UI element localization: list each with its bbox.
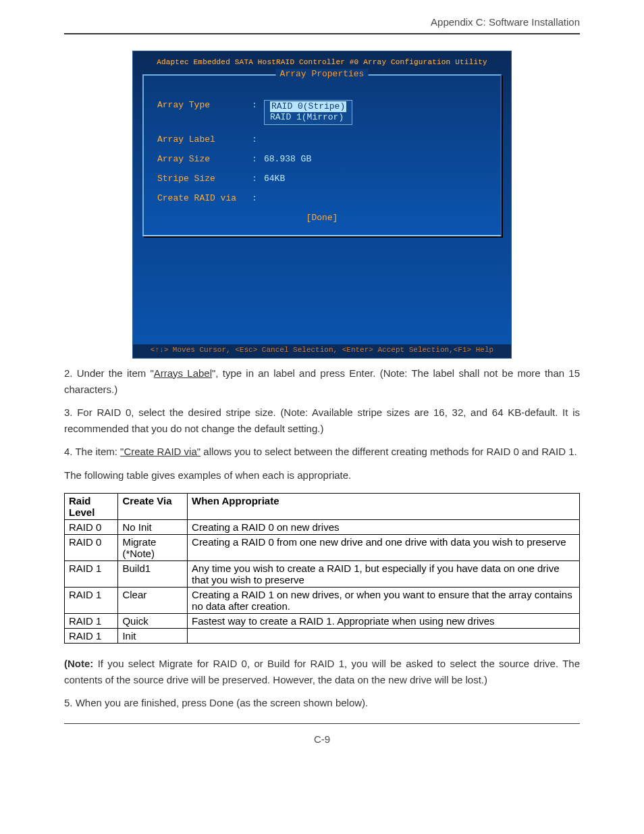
th-create-via: Create Via: [118, 493, 188, 519]
th-when-appropriate: When Appropriate: [188, 493, 580, 519]
bios-screenshot: Adaptec Embedded SATA HostRAID Controlle…: [132, 51, 512, 359]
bios-row-array-label: Array Label :: [157, 134, 487, 145]
bios-panel-title: Array Properties: [276, 69, 369, 79]
note-label: (Note:: [64, 658, 93, 669]
table-row: RAID 1 Clear Creating a RAID 1 on new dr…: [65, 587, 580, 613]
raid-table: Raid Level Create Via When Appropriate R…: [64, 493, 580, 644]
bios-row-array-size: Array Size : 68.938 GB: [157, 154, 487, 164]
paragraph-4: 4. The item: "Create RAID via" allows yo…: [64, 444, 580, 460]
th-raid-level: Raid Level: [65, 493, 118, 519]
paragraph-2: 2. Under the item "Arrays Label", type i…: [64, 365, 580, 398]
table-intro: The following table gives examples of wh…: [64, 469, 580, 481]
stripe-size-label: Stripe Size: [157, 174, 252, 184]
bios-footer-hints: <↑↓> Moves Cursor, <Esc> Cancel Selectio…: [133, 344, 511, 358]
table-row: RAID 0 No Init Creating a RAID 0 on new …: [65, 519, 580, 534]
array-type-label: Array Type: [157, 100, 252, 125]
page-header: Appendix C: Software Installation: [64, 16, 580, 34]
paragraph-3: 3. For RAID 0, select the desired stripe…: [64, 405, 580, 437]
bios-row-array-type: Array Type : RAID 0(Stripe) RAID 1(Mirro…: [157, 100, 487, 125]
array-size-label: Array Size: [157, 154, 252, 164]
table-row: RAID 1 Init: [65, 628, 580, 643]
bios-row-stripe-size: Stripe Size : 64KB: [157, 174, 487, 184]
note-paragraph: (Note: If you select Migrate for RAID 0,…: [64, 656, 580, 688]
bios-array-properties-panel: Array Properties Array Type : RAID 0(Str…: [142, 74, 502, 236]
array-size-value: 68.938 GB: [264, 154, 311, 164]
table-header-row: Raid Level Create Via When Appropriate: [65, 493, 580, 519]
array-label-label: Array Label: [157, 134, 252, 145]
table-row: RAID 1 Build1 Any time you wish to creat…: [65, 561, 580, 587]
page-number: C-9: [64, 723, 580, 745]
bios-row-create-via: Create RAID via :: [157, 193, 487, 203]
array-type-option[interactable]: RAID 1(Mirror): [270, 112, 346, 123]
table-row: RAID 0 Migrate (*Note) Creating a RAID 0…: [65, 534, 580, 561]
arrays-label-underline: Arrays Label: [154, 367, 212, 379]
array-type-option-selected[interactable]: RAID 0(Stripe): [270, 101, 346, 112]
stripe-size-value[interactable]: 64KB: [264, 174, 285, 184]
create-via-label: Create RAID via: [157, 193, 252, 203]
bios-done-button[interactable]: [Done]: [157, 213, 487, 223]
create-raid-via-underline: "Create RAID via": [120, 446, 200, 457]
paragraph-5: 5. When you are finished, press Done (as…: [64, 695, 580, 711]
array-type-dropdown[interactable]: RAID 0(Stripe) RAID 1(Mirror): [264, 100, 352, 125]
table-row: RAID 1 Quick Fastest way to create a RAI…: [65, 613, 580, 628]
